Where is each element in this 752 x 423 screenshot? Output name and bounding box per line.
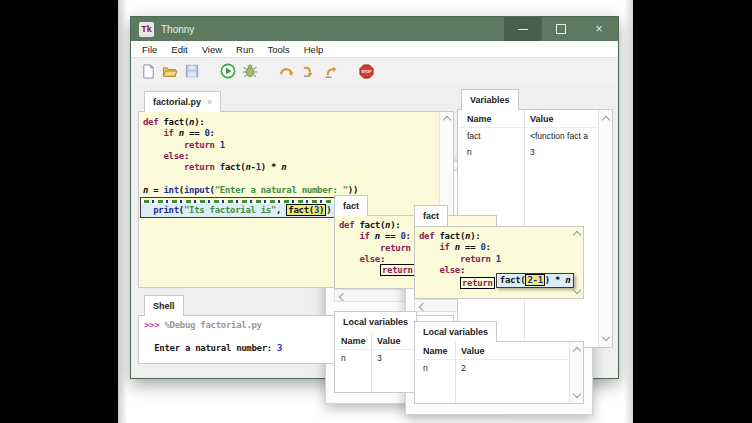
frame-code-panel[interactable]: def fact(n): if n == 0: return 1 else: r… [414,226,584,299]
minimize-icon [518,29,528,30]
menu-bar: File Edit View Run Tools Help [131,41,618,58]
scroll-up-icon[interactable] [443,116,451,124]
menu-help[interactable]: Help [297,44,331,55]
locals-col-value: Value [455,346,485,356]
save-floppy-icon [185,64,199,78]
maximize-button[interactable] [542,17,580,41]
scroll-up-icon[interactable] [573,231,581,239]
window-title: Thonny [161,24,194,35]
step-out-icon [323,64,338,79]
scroll-up-icon[interactable] [573,347,581,355]
step-into-button[interactable] [299,62,317,80]
scroll-down-icon[interactable] [602,333,610,341]
scroll-down-icon[interactable] [573,390,581,398]
frame-tab-label: fact [343,201,359,211]
menu-edit[interactable]: Edit [164,44,194,55]
locals-row-n[interactable]: n 2 [415,360,583,376]
locals-tab-label: Local variables [343,317,408,327]
variables-col-name: Name [458,114,524,124]
shell-tab-label: Shell [153,301,175,311]
variables-tab-label: Variables [470,95,510,105]
scroll-down-icon[interactable] [573,286,581,294]
toolbar: STOP [131,58,618,84]
frame-code[interactable]: def fact(n): if n == 0: return 1 else: r… [415,227,583,295]
desktop-screen: Tk Thonny × File Edit View Run Tools Hel… [118,0,633,423]
scroll-left-icon[interactable] [339,293,347,301]
new-file-icon [141,64,156,79]
column-divider [455,342,456,403]
variables-vscrollbar[interactable] [598,110,612,347]
close-icon: × [595,23,602,35]
new-file-button[interactable] [139,62,157,80]
focused-statement-line: print("Its factorial is", fact(3)) [141,204,354,217]
title-bar[interactable]: Tk Thonny × [131,17,618,41]
save-file-button[interactable] [183,62,201,80]
current-statement-box: print("Its factorial is", fact(3)) [140,197,355,218]
locals-col-name: Name [415,346,455,356]
close-button[interactable]: × [580,17,618,41]
tab-local-variables[interactable]: Local variables [334,311,417,332]
run-script-button[interactable] [219,62,237,80]
minimize-button[interactable] [504,17,542,41]
scroll-up-icon[interactable] [602,116,610,124]
tab-fact[interactable]: fact [334,195,368,216]
svg-text:STOP: STOP [361,70,372,74]
tab-variables[interactable]: Variables [461,89,519,110]
stop-sign-icon: STOP [359,64,374,79]
locals-col-name: Name [335,336,371,346]
step-into-icon [301,64,316,79]
variables-row-n[interactable]: n 3 [458,144,612,160]
scroll-left-icon[interactable] [419,303,427,311]
menu-tools[interactable]: Tools [261,44,297,55]
tab-fact[interactable]: fact [414,205,448,226]
open-folder-icon [162,64,178,79]
locals-col-value: Value [371,336,401,346]
variables-row-fact[interactable]: fact <function fact a [458,128,612,144]
tab-shell[interactable]: Shell [144,295,184,316]
step-over-icon [278,64,295,79]
frame-vscrollbar[interactable] [570,227,583,298]
step-over-button[interactable] [277,62,295,80]
editor-code[interactable]: def fact(n): if n == 0: return 1 else: r… [139,112,453,196]
frame-tab-label: fact [423,211,439,221]
step-out-button[interactable] [321,62,339,80]
thonny-logo-icon: Tk [139,22,154,37]
debug-bug-icon [242,63,258,79]
column-divider [371,332,372,392]
menu-run[interactable]: Run [229,44,260,55]
tab-close-icon[interactable]: × [207,97,212,107]
editor-tab-label: factorial.py [153,97,201,107]
tab-local-variables[interactable]: Local variables [414,321,497,342]
clipped-text-artifact [144,200,351,203]
maximize-icon [556,24,566,34]
locals-tab-label: Local variables [423,327,488,337]
debug-script-button[interactable] [241,62,259,80]
menu-file[interactable]: File [135,44,164,55]
menu-view[interactable]: View [195,44,229,55]
variables-col-value: Value [524,114,554,124]
locals-panel: Name Value n 2 [414,341,584,404]
stop-button[interactable]: STOP [357,62,375,80]
run-play-icon [220,63,236,79]
tab-factorial-py[interactable]: factorial.py × [144,91,221,112]
open-file-button[interactable] [161,62,179,80]
locals-vscrollbar[interactable] [569,342,583,403]
